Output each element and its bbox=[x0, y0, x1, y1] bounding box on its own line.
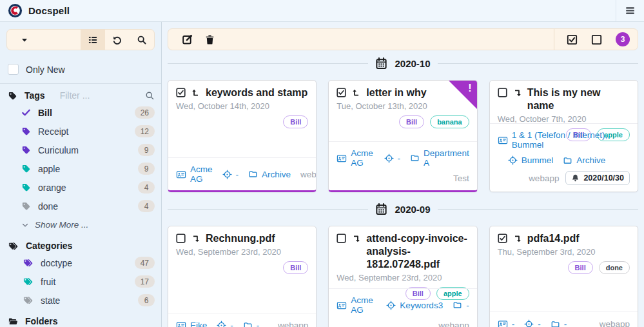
due-date-badge[interactable]: 2020/10/30 bbox=[565, 171, 630, 185]
only-new-checkbox[interactable] bbox=[8, 64, 19, 75]
tag-badge[interactable]: done bbox=[599, 261, 630, 274]
edit-selected-button[interactable] bbox=[177, 34, 199, 45]
tag-badge[interactable]: banana bbox=[430, 115, 469, 128]
meta-right-group: webapp bbox=[600, 319, 630, 327]
select-all-button[interactable] bbox=[567, 34, 578, 45]
caret-down-icon bbox=[20, 35, 29, 45]
card-select-checkbox[interactable] bbox=[176, 88, 186, 97]
source-label: webapp bbox=[438, 321, 469, 327]
address-card-icon bbox=[337, 301, 347, 310]
folder-icon bbox=[551, 320, 560, 327]
folder-icon bbox=[453, 301, 462, 310]
meta-link[interactable]: - bbox=[551, 319, 567, 327]
meta-link-label: - bbox=[564, 319, 567, 327]
tag-count-badge: 9 bbox=[138, 163, 155, 175]
item-card[interactable]: Rechnung.pdf Wed, September 23rd, 2020 B… bbox=[168, 226, 317, 327]
menu-button[interactable] bbox=[616, 0, 644, 21]
card-header: attend-copy-invoice-analysis-1812.07248.… bbox=[329, 226, 476, 288]
card-select-checkbox[interactable] bbox=[498, 233, 507, 243]
card-title: letter in why bbox=[366, 86, 426, 99]
show-more-toggle[interactable]: Show More ... bbox=[6, 215, 155, 234]
meta-link[interactable]: Bummel bbox=[508, 155, 554, 165]
card-select-checkbox[interactable] bbox=[498, 88, 507, 97]
card-select-checkbox[interactable] bbox=[337, 88, 346, 97]
check-square-icon bbox=[567, 34, 578, 45]
meta-link[interactable]: - bbox=[498, 319, 515, 327]
selected-count-badge[interactable]: 3 bbox=[616, 32, 630, 46]
tag-label: orange bbox=[38, 183, 131, 193]
address-card-icon bbox=[176, 321, 186, 327]
sidebar-tag-bill[interactable]: Bill 26 bbox=[6, 103, 155, 122]
tags-section-header: Tags bbox=[8, 90, 155, 101]
tags-section-title: Tags bbox=[24, 90, 45, 101]
sidebar-category-state[interactable]: state 6 bbox=[6, 291, 155, 310]
card-meta-line: Eike - - webapp bbox=[176, 320, 308, 327]
meta-link[interactable]: - bbox=[222, 170, 239, 179]
meta-link[interactable]: Acme AG bbox=[176, 164, 213, 184]
sidebar-category-fruit[interactable]: fruit 17 bbox=[6, 272, 155, 291]
delete-selected-button[interactable] bbox=[199, 34, 220, 45]
source-label: webapp bbox=[600, 319, 630, 327]
meta-link[interactable]: Acme AG bbox=[337, 148, 374, 168]
tag-badge[interactable]: Bill bbox=[283, 261, 308, 274]
meta-link[interactable]: - bbox=[453, 301, 469, 310]
edit-icon bbox=[182, 34, 193, 45]
tag-badge[interactable]: Bill bbox=[283, 115, 308, 128]
meta-link[interactable]: - bbox=[524, 319, 541, 327]
crosshairs-icon bbox=[222, 170, 232, 179]
meta-link-label: - bbox=[236, 170, 239, 179]
meta-link[interactable]: - bbox=[243, 321, 260, 327]
meta-link[interactable]: Acme AG bbox=[337, 295, 376, 315]
address-card-icon bbox=[337, 154, 347, 163]
item-card[interactable]: attend-copy-invoice-analysis-1812.07248.… bbox=[328, 226, 477, 327]
card-meta-line: 1 & 1 (Telefon / Internet), Bummel bbox=[498, 130, 630, 150]
card-tag-badges: Bill bbox=[176, 261, 308, 274]
item-groups: 2020-10 keywords and stamp Wed, October … bbox=[168, 55, 638, 327]
sidebar-tag-receipt[interactable]: Receipt 12 bbox=[6, 122, 155, 141]
sidebar-category-doctype[interactable]: doctype 47 bbox=[6, 253, 155, 272]
meta-link[interactable]: Keywords3 bbox=[386, 301, 443, 310]
only-new-toggle[interactable]: Only New bbox=[8, 64, 155, 75]
meta-link[interactable]: - bbox=[384, 154, 401, 163]
category-count-badge: 6 bbox=[138, 294, 155, 306]
tag-badge[interactable]: Bill bbox=[399, 115, 424, 128]
direction-up-icon bbox=[352, 88, 360, 97]
search-dropdown-button[interactable] bbox=[7, 30, 81, 50]
meta-link[interactable]: Archive bbox=[563, 155, 605, 165]
meta-link[interactable]: - bbox=[217, 321, 233, 327]
card-title: This is my new name bbox=[527, 86, 630, 112]
item-card[interactable]: This is my new name Wed, October 7th, 20… bbox=[489, 80, 638, 192]
card-footer: Eike - - webapp bbox=[168, 313, 316, 327]
deselect-all-button[interactable] bbox=[591, 34, 602, 45]
card-select-checkbox[interactable] bbox=[337, 233, 346, 243]
tag-label: Bill bbox=[38, 108, 128, 118]
meta-link[interactable]: 1 & 1 (Telefon / Internet), Bummel bbox=[498, 130, 630, 150]
card-meta-line: Test bbox=[337, 173, 469, 184]
category-list: doctype 47 fruit 17 state 6 bbox=[6, 253, 155, 310]
sidebar-tag-orange[interactable]: orange 4 bbox=[6, 178, 155, 197]
tag-filter-input[interactable] bbox=[60, 90, 138, 101]
search-icon bbox=[137, 35, 147, 45]
tag-badge[interactable]: Bill bbox=[568, 261, 593, 274]
hamburger-icon bbox=[625, 5, 636, 16]
meta-link[interactable]: Department A bbox=[410, 148, 469, 168]
app-title: Docspell bbox=[28, 5, 70, 16]
tag-count-badge: 12 bbox=[135, 125, 155, 137]
item-card[interactable]: pdfa14.pdf Thu, September 3rd, 2020 Bill… bbox=[489, 226, 638, 327]
card-footer: Acme AG - Archive webapp bbox=[168, 157, 316, 190]
crosshairs-icon bbox=[386, 301, 396, 310]
meta-link-label: Acme AG bbox=[351, 148, 374, 168]
meta-link[interactable]: Archive bbox=[248, 170, 291, 179]
sidebar-tag-done[interactable]: done 4 bbox=[6, 197, 155, 215]
meta-link[interactable]: Eike bbox=[176, 321, 207, 327]
item-card[interactable]: ! letter in why Tue, October 13th, 2020 … bbox=[328, 80, 477, 192]
sidebar-tag-apple[interactable]: apple 9 bbox=[6, 159, 155, 178]
sidebar-tag-curiculum[interactable]: Curiculum 9 bbox=[6, 141, 155, 159]
list-view-button[interactable] bbox=[81, 30, 105, 50]
run-search-button[interactable] bbox=[130, 30, 154, 50]
card-tag-badges: Billdone bbox=[498, 261, 630, 274]
reset-search-button[interactable] bbox=[105, 30, 130, 50]
card-select-checkbox[interactable] bbox=[176, 233, 186, 243]
tag-filter-search-icon[interactable] bbox=[145, 91, 155, 101]
item-card[interactable]: keywords and stamp Wed, October 14th, 20… bbox=[168, 80, 317, 192]
